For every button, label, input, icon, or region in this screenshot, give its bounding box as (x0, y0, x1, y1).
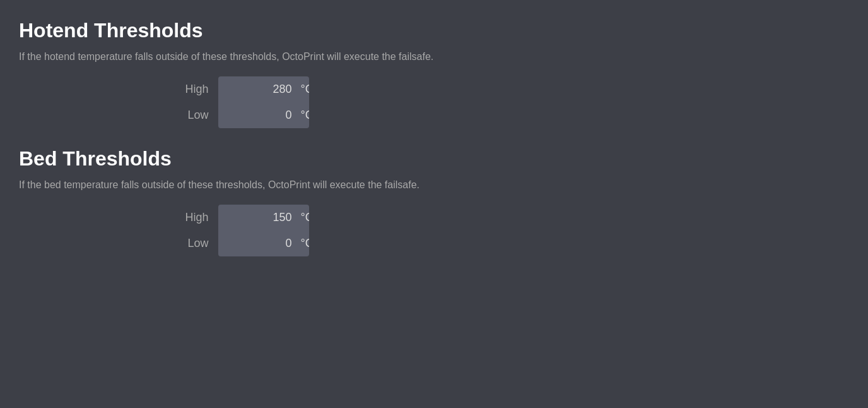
hotend-high-row: High °C (170, 76, 309, 102)
bed-description: If the bed temperature falls outside of … (19, 179, 849, 191)
hotend-thresholds-section: Hotend Thresholds If the hotend temperat… (19, 19, 849, 128)
hotend-high-input-wrapper: °C (218, 76, 309, 102)
bed-low-unit: °C (300, 231, 309, 256)
bed-low-input-wrapper: °C (218, 231, 309, 256)
bed-threshold-group: High °C Low °C (170, 205, 309, 256)
bed-high-input[interactable] (218, 205, 300, 231)
hotend-low-input-wrapper: °C (218, 102, 309, 128)
bed-high-row: High °C (170, 205, 309, 231)
hotend-low-row: Low °C (170, 102, 309, 128)
hotend-high-unit: °C (300, 76, 309, 102)
hotend-description: If the hotend temperature falls outside … (19, 51, 849, 63)
bed-high-label: High (170, 211, 208, 224)
bed-high-unit: °C (300, 205, 309, 231)
bed-high-input-wrapper: °C (218, 205, 309, 231)
hotend-threshold-group: High °C Low °C (170, 76, 309, 128)
bed-low-label: Low (170, 237, 208, 250)
bed-thresholds-section: Bed Thresholds If the bed temperature fa… (19, 147, 849, 256)
hotend-title: Hotend Thresholds (19, 19, 849, 42)
hotend-low-input[interactable] (218, 102, 300, 128)
hotend-low-unit: °C (300, 102, 309, 128)
hotend-high-label: High (170, 83, 208, 96)
bed-low-input[interactable] (218, 231, 300, 256)
hotend-high-input[interactable] (218, 76, 300, 102)
bed-title: Bed Thresholds (19, 147, 849, 171)
bed-low-row: Low °C (170, 231, 309, 256)
hotend-low-label: Low (170, 109, 208, 122)
